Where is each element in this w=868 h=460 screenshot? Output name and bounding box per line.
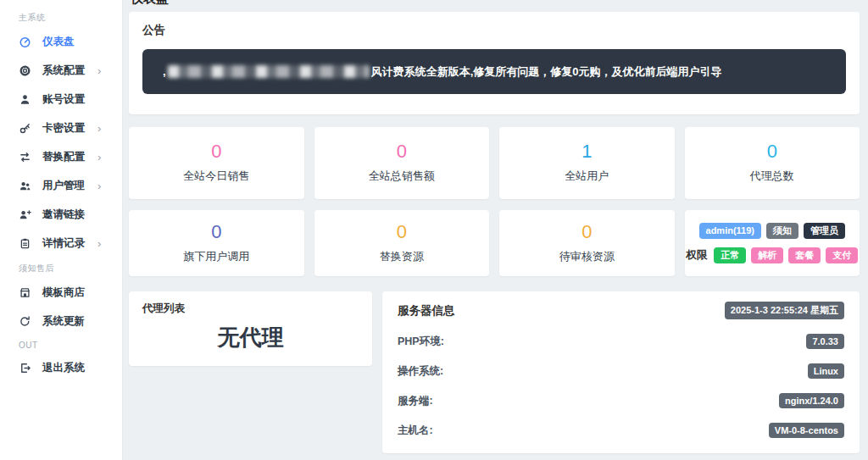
sidebar-item-invite-link[interactable]: 邀请链接 [0, 200, 122, 229]
sidebar-item-replace-config[interactable]: 替换配置 › [0, 142, 122, 171]
stat-card-today-sales: 0 全站今日销售 [129, 127, 304, 199]
sidebar-section-aftersale: 须知售后 [0, 258, 122, 278]
sidebar-item-label: 系统更新 [42, 314, 85, 329]
clipboard-icon [19, 237, 31, 250]
server-row-php: PHP环境: 7.0.33 [398, 334, 844, 349]
perm-badge-parse: 解析 [751, 247, 783, 263]
server-row-os: 操作系统: Linux [398, 363, 844, 379]
sidebar-item-label: 账号设置 [42, 92, 85, 107]
sidebar-item-label: 替换配置 [42, 150, 85, 164]
stat-label: 全站总销售额 [369, 169, 435, 184]
sidebar-item-label: 用户管理 [42, 179, 85, 193]
stat-card-total-sales: 0 全站总销售额 [314, 127, 490, 199]
chevron-right-icon: › [97, 237, 101, 250]
stat-label: 待审核资源 [559, 249, 615, 264]
server-row-webserver: 服务端: nginx/1.24.0 [398, 393, 844, 408]
sidebar-section-out: OUT [0, 335, 122, 353]
sidebar-item-template-store[interactable]: 模板商店 [0, 278, 122, 307]
users-icon [19, 180, 31, 192]
user-icon [19, 93, 31, 106]
server-row-label: PHP环境: [398, 335, 444, 349]
sidebar-item-card-key-settings[interactable]: 卡密设置 › [0, 114, 122, 142]
store-icon [19, 286, 31, 299]
permission-label: 权限 [686, 248, 707, 263]
stat-label: 全站用户 [565, 169, 609, 184]
sidebar-item-label: 模板商店 [42, 285, 85, 300]
swap-icon [19, 151, 31, 163]
perm-badge-package: 套餐 [788, 247, 821, 263]
main-content: 仪表盘 公告 ,风计费系统全新版本,修复所有问题，修复0元购，及优化前后端用户引… [123, 0, 868, 460]
server-row-value: nginx/1.24.0 [779, 393, 844, 408]
sidebar: 主系统 仪表盘 系统配置 › 账号设置 卡密设置 › [0, 0, 123, 460]
refresh-icon [19, 315, 31, 328]
chevron-right-icon: › [97, 151, 101, 163]
announcement-title: 公告 [142, 23, 846, 38]
announcement-text: 风计费系统全新版本,修复所有问题，修复0元购，及优化前后端用户引导 [371, 64, 722, 80]
announcement-prefix: , [163, 65, 166, 78]
sidebar-item-dashboard[interactable]: 仪表盘 [0, 27, 122, 56]
server-info-title: 服务器信息 [398, 303, 455, 319]
logout-icon [19, 362, 31, 374]
sidebar-item-label: 邀请链接 [42, 208, 85, 222]
stat-value: 0 [767, 142, 777, 161]
sidebar-item-label: 卡密设置 [42, 121, 85, 136]
key-icon [19, 122, 31, 135]
stat-card-total-users: 1 全站用户 [499, 127, 675, 199]
gear-icon [19, 64, 31, 77]
account-card: admin(119) 须知 管理员 权限 正常 解析 套餐 支付 [685, 210, 860, 276]
invite-icon [19, 208, 31, 221]
chevron-right-icon: › [97, 180, 101, 192]
sidebar-item-system-config[interactable]: 系统配置 › [0, 56, 122, 85]
redacted-text [168, 65, 370, 78]
server-row-value: VM-0-8-centos [769, 423, 844, 438]
agent-list-card: 代理列表 无代理 [129, 291, 372, 366]
stat-value: 0 [397, 223, 407, 241]
stat-value: 0 [211, 223, 221, 241]
chevron-right-icon: › [97, 122, 101, 135]
server-row-label: 服务端: [398, 394, 433, 408]
sidebar-item-detail-records[interactable]: 详情记录 › [0, 229, 122, 258]
agent-list-title: 代理列表 [142, 302, 359, 316]
stat-label: 替换资源 [380, 249, 424, 264]
stat-label: 代理总数 [750, 169, 794, 184]
sidebar-item-system-update[interactable]: 系统更新 [0, 307, 122, 335]
bottom-section: 代理列表 无代理 服务器信息 2025-1-3 22:55:24 星期五 PHP… [129, 291, 860, 453]
sidebar-item-label: 退出系统 [42, 361, 85, 375]
stats-grid: 0 全站今日销售 0 全站总销售额 1 全站用户 0 代理总数 0 旗下用户调用… [129, 127, 860, 276]
stat-label: 旗下用户调用 [183, 249, 249, 264]
stat-label: 全站今日销售 [183, 169, 249, 184]
announcement-card: 公告 ,风计费系统全新版本,修复所有问题，修复0元购，及优化前后端用户引导 [129, 12, 860, 114]
dashboard-app: 主系统 仪表盘 系统配置 › 账号设置 卡密设置 › [0, 0, 868, 460]
role-badge: 管理员 [804, 223, 845, 239]
stat-card-replace-resources: 0 替换资源 [314, 210, 490, 276]
stat-card-subuser-calls: 0 旗下用户调用 [129, 210, 304, 276]
gauge-icon [19, 36, 31, 48]
chevron-right-icon: › [97, 64, 101, 77]
status-badge-normal: 正常 [714, 247, 746, 263]
username-badge: admin(119) [699, 223, 761, 239]
server-row-value: 7.0.33 [806, 334, 844, 349]
server-row-hostname: 主机名: VM-0-8-centos [398, 423, 844, 438]
sidebar-item-user-management[interactable]: 用户管理 › [0, 171, 122, 200]
notice-badge: 须知 [766, 223, 798, 239]
agent-list-empty: 无代理 [142, 323, 359, 352]
sidebar-section-main: 主系统 [0, 7, 122, 27]
sidebar-item-logout[interactable]: 退出系统 [0, 353, 122, 382]
perm-badge-payment: 支付 [826, 247, 858, 263]
sidebar-item-label: 详情记录 [42, 236, 85, 251]
page-title: 仪表盘 [129, 0, 860, 7]
permission-badges-row: 权限 正常 解析 套餐 支付 [686, 247, 858, 263]
stat-value: 0 [211, 142, 221, 161]
sidebar-item-label: 仪表盘 [42, 35, 75, 49]
stat-value: 1 [581, 142, 592, 161]
server-row-value: Linux [808, 363, 844, 379]
announcement-banner: ,风计费系统全新版本,修复所有问题，修复0元购，及优化前后端用户引导 [142, 49, 846, 94]
sidebar-item-account-settings[interactable]: 账号设置 [0, 85, 122, 114]
sidebar-item-label: 系统配置 [42, 64, 85, 78]
stat-card-agent-total: 0 代理总数 [685, 127, 860, 199]
server-time-badge: 2025-1-3 22:55:24 星期五 [725, 302, 844, 319]
stat-card-pending-resources: 0 待审核资源 [499, 210, 675, 276]
server-row-label: 主机名: [398, 424, 433, 438]
server-info-header: 服务器信息 2025-1-3 22:55:24 星期五 [398, 302, 844, 319]
stat-value: 0 [397, 142, 407, 161]
